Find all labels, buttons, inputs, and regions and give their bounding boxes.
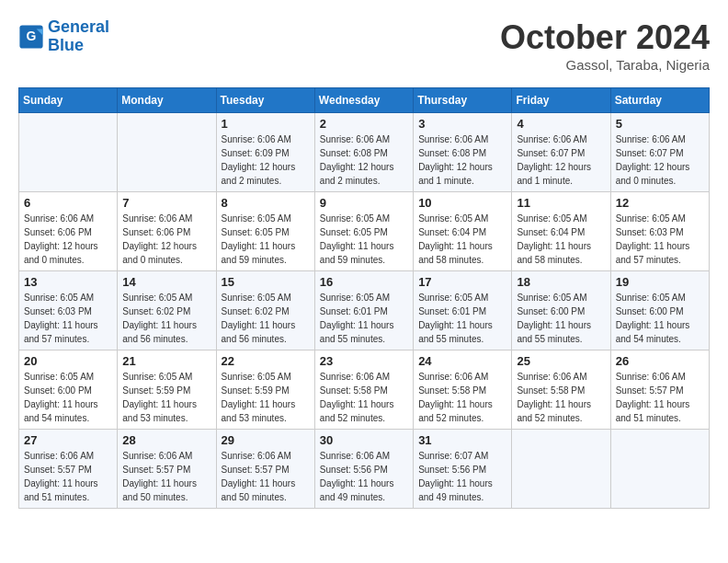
day-info: Sunrise: 6:06 AMSunset: 5:58 PMDaylight:… <box>418 370 506 425</box>
day-number: 5 <box>616 117 704 131</box>
day-info: Sunrise: 6:06 AMSunset: 6:06 PMDaylight:… <box>24 212 112 267</box>
day-info: Sunrise: 6:06 AMSunset: 5:57 PMDaylight:… <box>122 449 210 504</box>
day-info: Sunrise: 6:05 AMSunset: 5:59 PMDaylight:… <box>222 370 310 425</box>
day-number: 10 <box>418 196 506 210</box>
day-info: Sunrise: 6:06 AMSunset: 6:08 PMDaylight:… <box>418 132 506 188</box>
day-cell: 8Sunrise: 6:05 AMSunset: 6:05 PMDaylight… <box>216 192 314 271</box>
day-info: Sunrise: 6:05 AMSunset: 6:01 PMDaylight:… <box>418 291 506 346</box>
day-cell: 12Sunrise: 6:05 AMSunset: 6:03 PMDayligh… <box>610 192 709 271</box>
day-info: Sunrise: 6:05 AMSunset: 6:02 PMDaylight:… <box>122 291 210 346</box>
day-cell: 27Sunrise: 6:06 AMSunset: 5:57 PMDayligh… <box>19 430 118 509</box>
page-header: G General Blue October 2024 Gassol, Tara… <box>18 18 710 73</box>
day-cell: 14Sunrise: 6:05 AMSunset: 6:02 PMDayligh… <box>118 271 216 350</box>
day-number: 29 <box>222 433 310 447</box>
day-info: Sunrise: 6:06 AMSunset: 5:58 PMDaylight:… <box>320 370 408 425</box>
day-number: 17 <box>418 275 506 289</box>
day-cell: 26Sunrise: 6:06 AMSunset: 5:57 PMDayligh… <box>610 350 709 430</box>
day-number: 16 <box>320 275 408 289</box>
day-number: 27 <box>24 433 112 447</box>
week-row-5: 27Sunrise: 6:06 AMSunset: 5:57 PMDayligh… <box>19 430 710 509</box>
week-row-4: 20Sunrise: 6:05 AMSunset: 6:00 PMDayligh… <box>19 350 710 430</box>
day-cell: 17Sunrise: 6:05 AMSunset: 6:01 PMDayligh… <box>414 271 512 350</box>
day-number: 7 <box>122 196 210 210</box>
day-info: Sunrise: 6:05 AMSunset: 6:03 PMDaylight:… <box>616 212 704 267</box>
col-header-thursday: Thursday <box>414 88 512 113</box>
day-info: Sunrise: 6:05 AMSunset: 6:02 PMDaylight:… <box>222 291 310 346</box>
day-cell <box>19 113 118 192</box>
day-info: Sunrise: 6:05 AMSunset: 6:01 PMDaylight:… <box>320 291 408 346</box>
day-info: Sunrise: 6:05 AMSunset: 6:00 PMDaylight:… <box>24 370 112 425</box>
day-info: Sunrise: 6:05 AMSunset: 6:03 PMDaylight:… <box>24 291 112 346</box>
day-number: 9 <box>320 196 408 210</box>
col-header-tuesday: Tuesday <box>216 88 314 113</box>
week-row-1: 1Sunrise: 6:06 AMSunset: 6:09 PMDaylight… <box>19 113 710 192</box>
day-cell: 28Sunrise: 6:06 AMSunset: 5:57 PMDayligh… <box>118 430 216 509</box>
day-cell <box>610 430 709 509</box>
day-number: 30 <box>320 433 408 447</box>
month-title: October 2024 <box>500 18 710 57</box>
svg-text:G: G <box>27 29 37 43</box>
col-header-sunday: Sunday <box>19 88 118 113</box>
day-number: 14 <box>122 275 210 289</box>
calendar-table: SundayMondayTuesdayWednesdayThursdayFrid… <box>18 87 710 509</box>
day-number: 20 <box>24 354 112 368</box>
day-info: Sunrise: 6:05 AMSunset: 6:00 PMDaylight:… <box>616 291 704 346</box>
day-cell <box>512 430 610 509</box>
day-number: 19 <box>616 275 704 289</box>
day-info: Sunrise: 6:05 AMSunset: 5:59 PMDaylight:… <box>122 370 210 425</box>
day-cell: 23Sunrise: 6:06 AMSunset: 5:58 PMDayligh… <box>314 350 413 430</box>
day-cell: 11Sunrise: 6:05 AMSunset: 6:04 PMDayligh… <box>512 192 610 271</box>
day-info: Sunrise: 6:07 AMSunset: 5:56 PMDaylight:… <box>418 449 506 504</box>
day-info: Sunrise: 6:06 AMSunset: 5:58 PMDaylight:… <box>517 370 605 425</box>
logo-icon: G <box>18 24 44 50</box>
day-number: 11 <box>517 196 605 210</box>
day-info: Sunrise: 6:06 AMSunset: 6:09 PMDaylight:… <box>222 132 310 188</box>
day-cell: 30Sunrise: 6:06 AMSunset: 5:56 PMDayligh… <box>314 430 413 509</box>
col-header-wednesday: Wednesday <box>314 88 413 113</box>
location-subtitle: Gassol, Taraba, Nigeria <box>500 57 710 73</box>
day-cell: 31Sunrise: 6:07 AMSunset: 5:56 PMDayligh… <box>414 430 512 509</box>
day-cell: 29Sunrise: 6:06 AMSunset: 5:57 PMDayligh… <box>216 430 314 509</box>
day-number: 12 <box>616 196 704 210</box>
col-header-monday: Monday <box>118 88 216 113</box>
day-cell: 19Sunrise: 6:05 AMSunset: 6:00 PMDayligh… <box>610 271 709 350</box>
day-cell: 16Sunrise: 6:05 AMSunset: 6:01 PMDayligh… <box>314 271 413 350</box>
day-info: Sunrise: 6:05 AMSunset: 6:05 PMDaylight:… <box>320 212 408 267</box>
day-number: 22 <box>222 354 310 368</box>
day-cell: 1Sunrise: 6:06 AMSunset: 6:09 PMDaylight… <box>216 113 314 192</box>
day-number: 23 <box>320 354 408 368</box>
day-cell: 6Sunrise: 6:06 AMSunset: 6:06 PMDaylight… <box>19 192 118 271</box>
day-number: 21 <box>122 354 210 368</box>
day-info: Sunrise: 6:06 AMSunset: 5:57 PMDaylight:… <box>222 449 310 504</box>
day-cell: 20Sunrise: 6:05 AMSunset: 6:00 PMDayligh… <box>19 350 118 430</box>
day-info: Sunrise: 6:06 AMSunset: 6:08 PMDaylight:… <box>320 132 408 188</box>
day-number: 15 <box>222 275 310 289</box>
day-info: Sunrise: 6:06 AMSunset: 5:56 PMDaylight:… <box>320 449 408 504</box>
day-cell: 9Sunrise: 6:05 AMSunset: 6:05 PMDaylight… <box>314 192 413 271</box>
col-header-saturday: Saturday <box>610 88 709 113</box>
day-info: Sunrise: 6:05 AMSunset: 6:05 PMDaylight:… <box>222 212 310 267</box>
day-number: 6 <box>24 196 112 210</box>
day-number: 18 <box>517 275 605 289</box>
day-cell: 2Sunrise: 6:06 AMSunset: 6:08 PMDaylight… <box>314 113 413 192</box>
day-cell: 10Sunrise: 6:05 AMSunset: 6:04 PMDayligh… <box>414 192 512 271</box>
day-number: 31 <box>418 433 506 447</box>
day-info: Sunrise: 6:06 AMSunset: 5:57 PMDaylight:… <box>616 370 704 425</box>
logo-text: General Blue <box>48 18 109 55</box>
day-cell: 25Sunrise: 6:06 AMSunset: 5:58 PMDayligh… <box>512 350 610 430</box>
logo: G General Blue <box>18 18 109 55</box>
day-info: Sunrise: 6:06 AMSunset: 6:07 PMDaylight:… <box>616 132 704 188</box>
week-row-3: 13Sunrise: 6:05 AMSunset: 6:03 PMDayligh… <box>19 271 710 350</box>
day-info: Sunrise: 6:06 AMSunset: 6:07 PMDaylight:… <box>517 132 605 188</box>
day-cell: 15Sunrise: 6:05 AMSunset: 6:02 PMDayligh… <box>216 271 314 350</box>
day-info: Sunrise: 6:05 AMSunset: 6:04 PMDaylight:… <box>517 212 605 267</box>
day-cell: 24Sunrise: 6:06 AMSunset: 5:58 PMDayligh… <box>414 350 512 430</box>
day-number: 26 <box>616 354 704 368</box>
day-cell: 13Sunrise: 6:05 AMSunset: 6:03 PMDayligh… <box>19 271 118 350</box>
day-number: 24 <box>418 354 506 368</box>
day-info: Sunrise: 6:05 AMSunset: 6:04 PMDaylight:… <box>418 212 506 267</box>
header-row: SundayMondayTuesdayWednesdayThursdayFrid… <box>19 88 710 113</box>
day-cell: 18Sunrise: 6:05 AMSunset: 6:00 PMDayligh… <box>512 271 610 350</box>
day-cell <box>118 113 216 192</box>
day-number: 13 <box>24 275 112 289</box>
